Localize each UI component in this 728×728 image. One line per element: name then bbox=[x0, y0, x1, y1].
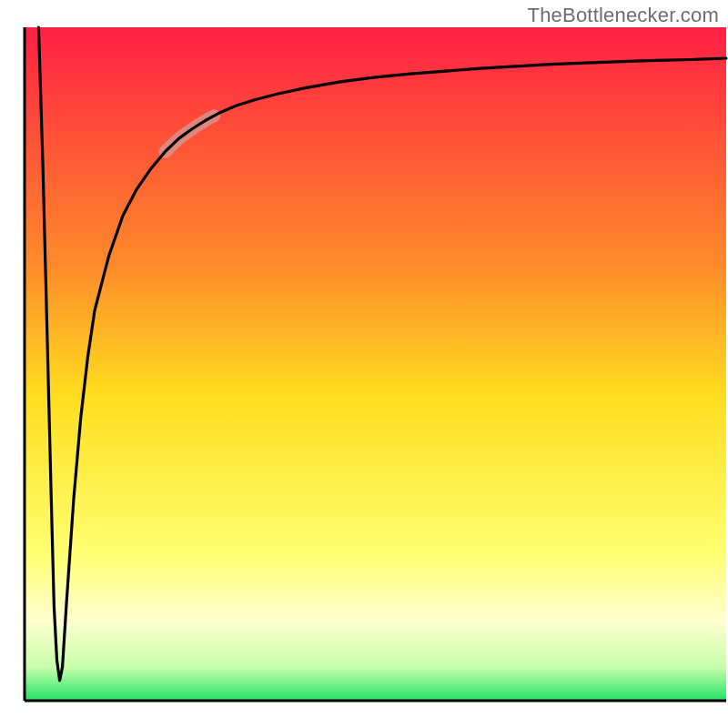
bottleneck-plot bbox=[0, 0, 728, 728]
plot-background bbox=[25, 27, 726, 701]
chart-frame: TheBottlenecker.com bbox=[0, 0, 728, 728]
